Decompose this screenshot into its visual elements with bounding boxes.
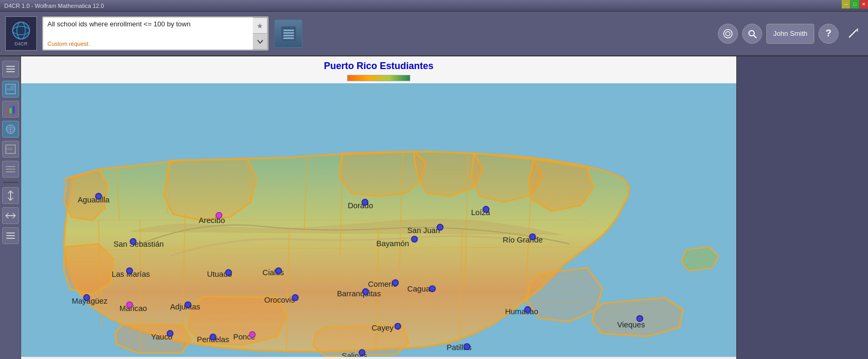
svg-point-8 <box>724 30 732 38</box>
main-content: In Out <box>0 56 868 359</box>
edit-button[interactable] <box>843 24 863 44</box>
sidebar-input-button[interactable]: In <box>2 81 19 98</box>
dot-mayag <box>84 295 90 300</box>
close-button[interactable]: ✕ <box>860 0 868 8</box>
maximize-button[interactable]: □ <box>851 0 859 8</box>
sidebar: In Out <box>0 56 21 359</box>
svg-rect-5 <box>283 32 294 34</box>
settings-lines-icon <box>6 232 15 239</box>
svg-text:In: In <box>7 87 11 92</box>
sidebar-chart-button[interactable] <box>2 101 19 118</box>
dot-orocovis <box>292 295 298 300</box>
dot-sanseb <box>130 239 136 245</box>
svg-rect-7 <box>283 37 294 39</box>
dot-aguadilla <box>95 193 101 199</box>
window-controls: ─ □ ✕ <box>842 0 868 8</box>
dot-vieques <box>637 316 643 322</box>
dot-barranq <box>362 289 368 295</box>
svg-rect-23 <box>9 108 12 113</box>
input-icon: In <box>5 83 16 95</box>
toolbar-right: John Smith ? <box>718 24 863 44</box>
dot-comerio <box>392 280 398 286</box>
svg-text:Out: Out <box>6 147 12 151</box>
dot-ciales <box>275 268 281 274</box>
right-panel <box>736 56 868 359</box>
dot-arecibo <box>216 212 222 218</box>
execute-button[interactable] <box>274 19 303 48</box>
resize-horizontal-icon <box>5 211 16 220</box>
resize-vertical-icon <box>6 190 15 201</box>
sidebar-data-button[interactable] <box>2 161 19 178</box>
app-title: D4CR 1.0 - Wolfram Mathematica 12.0 <box>4 3 104 9</box>
svg-text:Bayamón: Bayamón <box>376 239 409 248</box>
sidebar-menu-button[interactable] <box>2 61 19 77</box>
svg-text:Orocovis: Orocovis <box>264 296 295 304</box>
dot-maricao <box>126 302 132 308</box>
query-box: All school ids where enrollment <= 100 b… <box>42 16 269 51</box>
svg-text:Dorado: Dorado <box>348 201 373 210</box>
dot-cayey <box>395 323 401 329</box>
minimize-button[interactable]: ─ <box>842 0 850 8</box>
pencil-icon <box>847 28 859 40</box>
map-title: Puerto Rico Estudiantes <box>21 56 736 74</box>
svg-text:Río Grande: Río Grande <box>502 236 542 245</box>
svg-text:Maricao: Maricao <box>120 304 147 313</box>
help-button[interactable]: ? <box>818 24 839 44</box>
sidebar-settings-button[interactable] <box>2 227 19 244</box>
svg-text:Aguadilla: Aguadilla <box>78 196 110 204</box>
output-icon: Out <box>5 144 16 154</box>
chevron-down-icon <box>257 40 263 44</box>
svg-line-11 <box>754 35 756 38</box>
legend-gradient <box>347 75 410 81</box>
bar-chart-icon <box>5 104 16 114</box>
svg-text:Barranquitas: Barranquitas <box>337 289 381 298</box>
dot-dorado <box>362 199 368 205</box>
search-icon <box>747 29 757 38</box>
favorite-button[interactable]: ★ <box>253 17 268 33</box>
svg-rect-24 <box>13 106 15 113</box>
legend-bar <box>21 74 736 83</box>
logo-icon <box>12 21 31 40</box>
dot-penuelas <box>210 334 216 340</box>
dot-caguas <box>429 286 435 292</box>
dot-patillas <box>464 344 470 350</box>
search-button[interactable] <box>742 24 762 44</box>
dot-bayamon <box>411 236 417 242</box>
execute-icon <box>281 26 296 41</box>
sidebar-output-button[interactable]: Out <box>2 141 19 158</box>
svg-text:San Juan: San Juan <box>407 226 440 235</box>
dot-salinas <box>359 350 365 355</box>
svg-rect-22 <box>6 110 8 113</box>
dot-sanjuan <box>437 224 443 230</box>
svg-point-9 <box>726 32 730 36</box>
toolbar: D4CR All school ids where enrollment <= … <box>0 12 868 56</box>
help-icon: ? <box>826 28 832 39</box>
dot-adjuntas <box>185 302 191 308</box>
query-text[interactable]: All school ids where enrollment <= 100 b… <box>47 20 263 41</box>
sidebar-separator-1 <box>3 182 18 183</box>
data-grid-icon <box>5 164 16 174</box>
sidebar-resize-v-button[interactable] <box>2 187 19 204</box>
svg-text:Vieques: Vieques <box>617 321 645 329</box>
query-actions: ★ <box>253 17 268 50</box>
bell-icon <box>723 28 733 39</box>
query-dropdown-button[interactable] <box>253 33 268 50</box>
user-button[interactable]: John Smith <box>766 24 814 44</box>
sidebar-globe-button[interactable] <box>2 121 19 138</box>
dot-riog <box>529 234 535 240</box>
map-container[interactable]: Aguadilla Arecibo Dorado Loíza San Juan … <box>21 83 736 357</box>
dot-yauco <box>167 331 173 336</box>
sidebar-resize-h-button[interactable] <box>2 207 19 224</box>
dot-loiza <box>483 206 489 212</box>
globe-icon <box>5 124 16 134</box>
notifications-button[interactable] <box>718 24 738 44</box>
dot-humacao <box>525 307 530 313</box>
map-panel[interactable]: Puerto Rico Estudiantes <box>21 56 736 359</box>
dot-lasmar <box>126 268 132 274</box>
hamburger-icon <box>6 65 15 73</box>
title-bar: D4CR 1.0 - Wolfram Mathematica 12.0 ─ □ … <box>0 0 868 12</box>
svg-point-10 <box>749 31 754 36</box>
svg-text:Humacao: Humacao <box>505 307 538 316</box>
map-svg: Aguadilla Arecibo Dorado Loíza San Juan … <box>21 83 736 357</box>
dot-utuado <box>225 269 231 275</box>
